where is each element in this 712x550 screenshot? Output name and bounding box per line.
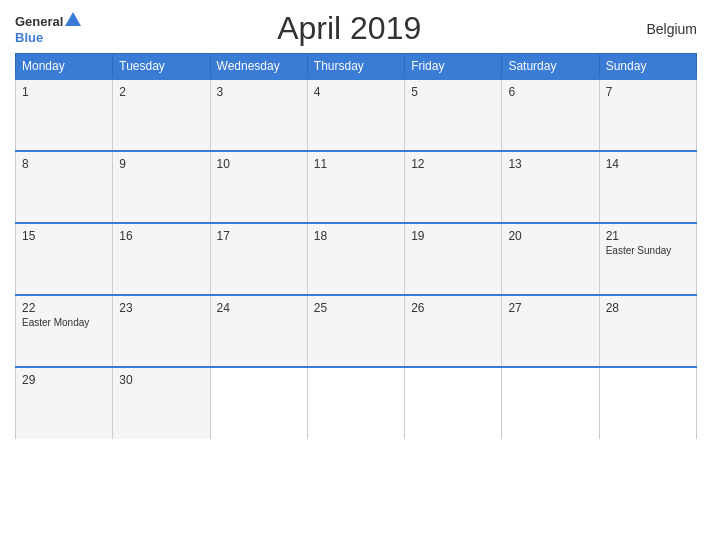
day-number: 3 (217, 85, 301, 99)
calendar-day-cell: 14 (599, 151, 696, 223)
day-number: 30 (119, 373, 203, 387)
day-number: 27 (508, 301, 592, 315)
day-number: 16 (119, 229, 203, 243)
calendar-day-cell: 1 (16, 79, 113, 151)
calendar-day-cell (599, 367, 696, 439)
weekday-header-wednesday: Wednesday (210, 54, 307, 80)
day-number: 23 (119, 301, 203, 315)
calendar-container: General Blue April 2019 Belgium MondayTu… (0, 0, 712, 550)
day-number: 4 (314, 85, 398, 99)
calendar-day-cell: 5 (405, 79, 502, 151)
weekday-header-friday: Friday (405, 54, 502, 80)
calendar-header: General Blue April 2019 Belgium (15, 10, 697, 47)
calendar-week-row: 22Easter Monday232425262728 (16, 295, 697, 367)
calendar-day-cell: 25 (307, 295, 404, 367)
day-number: 19 (411, 229, 495, 243)
day-number: 8 (22, 157, 106, 171)
calendar-day-cell: 22Easter Monday (16, 295, 113, 367)
calendar-day-cell: 12 (405, 151, 502, 223)
day-number: 29 (22, 373, 106, 387)
calendar-day-cell (405, 367, 502, 439)
calendar-day-cell: 18 (307, 223, 404, 295)
day-number: 5 (411, 85, 495, 99)
calendar-day-cell: 10 (210, 151, 307, 223)
day-number: 20 (508, 229, 592, 243)
day-number: 1 (22, 85, 106, 99)
calendar-day-cell (307, 367, 404, 439)
calendar-day-cell: 30 (113, 367, 210, 439)
month-title: April 2019 (81, 10, 617, 47)
calendar-day-cell (502, 367, 599, 439)
day-number: 6 (508, 85, 592, 99)
calendar-day-cell: 20 (502, 223, 599, 295)
day-number: 24 (217, 301, 301, 315)
logo: General Blue (15, 12, 81, 45)
calendar-week-row: 2930 (16, 367, 697, 439)
day-number: 22 (22, 301, 106, 315)
day-number: 2 (119, 85, 203, 99)
weekday-header-thursday: Thursday (307, 54, 404, 80)
weekday-header-monday: Monday (16, 54, 113, 80)
calendar-week-row: 891011121314 (16, 151, 697, 223)
day-number: 17 (217, 229, 301, 243)
calendar-day-cell: 7 (599, 79, 696, 151)
calendar-day-cell: 26 (405, 295, 502, 367)
day-number: 10 (217, 157, 301, 171)
calendar-day-cell (210, 367, 307, 439)
logo-general-text: General (15, 14, 63, 29)
calendar-day-cell: 23 (113, 295, 210, 367)
day-number: 21 (606, 229, 690, 243)
holiday-name: Easter Sunday (606, 245, 690, 256)
calendar-day-cell: 2 (113, 79, 210, 151)
calendar-day-cell: 9 (113, 151, 210, 223)
day-number: 25 (314, 301, 398, 315)
weekday-header-row: MondayTuesdayWednesdayThursdayFridaySatu… (16, 54, 697, 80)
logo-triangle-icon (65, 12, 81, 26)
day-number: 28 (606, 301, 690, 315)
day-number: 15 (22, 229, 106, 243)
weekday-header-sunday: Sunday (599, 54, 696, 80)
calendar-table: MondayTuesdayWednesdayThursdayFridaySatu… (15, 53, 697, 439)
day-number: 14 (606, 157, 690, 171)
day-number: 18 (314, 229, 398, 243)
day-number: 26 (411, 301, 495, 315)
calendar-day-cell: 8 (16, 151, 113, 223)
calendar-day-cell: 28 (599, 295, 696, 367)
calendar-week-row: 15161718192021Easter Sunday (16, 223, 697, 295)
calendar-day-cell: 21Easter Sunday (599, 223, 696, 295)
calendar-day-cell: 11 (307, 151, 404, 223)
calendar-day-cell: 4 (307, 79, 404, 151)
holiday-name: Easter Monday (22, 317, 106, 328)
calendar-day-cell: 13 (502, 151, 599, 223)
day-number: 9 (119, 157, 203, 171)
calendar-day-cell: 15 (16, 223, 113, 295)
weekday-header-saturday: Saturday (502, 54, 599, 80)
day-number: 7 (606, 85, 690, 99)
calendar-day-cell: 19 (405, 223, 502, 295)
calendar-day-cell: 3 (210, 79, 307, 151)
day-number: 13 (508, 157, 592, 171)
calendar-week-row: 1234567 (16, 79, 697, 151)
weekday-header-tuesday: Tuesday (113, 54, 210, 80)
day-number: 12 (411, 157, 495, 171)
calendar-day-cell: 29 (16, 367, 113, 439)
calendar-day-cell: 17 (210, 223, 307, 295)
calendar-day-cell: 24 (210, 295, 307, 367)
country-name: Belgium (617, 21, 697, 37)
calendar-day-cell: 6 (502, 79, 599, 151)
day-number: 11 (314, 157, 398, 171)
logo-blue-text: Blue (15, 30, 43, 45)
calendar-day-cell: 27 (502, 295, 599, 367)
calendar-day-cell: 16 (113, 223, 210, 295)
